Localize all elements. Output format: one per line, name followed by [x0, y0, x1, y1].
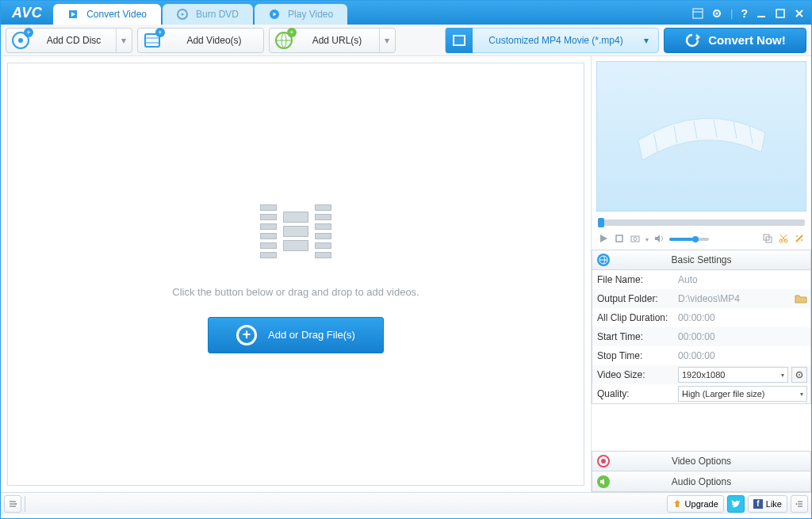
- svg-point-42: [799, 374, 800, 376]
- preview-panel: [596, 61, 806, 212]
- svg-point-29: [634, 237, 637, 240]
- toolbar: + Add CD Disc ▾ + Add Video(s) + Add URL…: [1, 25, 811, 56]
- start-time-value[interactable]: 00:00:00: [678, 331, 810, 342]
- setting-video-size: Video Size: 1920x1080 ▾: [592, 365, 810, 384]
- right-pane: ▾ Basic Settings File Name: Auto Output …: [591, 56, 811, 492]
- svg-rect-18: [454, 36, 464, 44]
- video-options-header[interactable]: Video Options: [592, 451, 811, 471]
- chevron-down-icon: ▾: [800, 391, 803, 398]
- video-size-settings-button[interactable]: [791, 367, 807, 383]
- svg-rect-20: [464, 35, 465, 46]
- play-icon: [269, 9, 280, 20]
- facebook-like-button[interactable]: f Like: [748, 495, 787, 513]
- separator: [25, 496, 25, 512]
- menu-icon[interactable]: [692, 8, 703, 19]
- chevron-down-icon: ▾: [116, 29, 127, 52]
- window-controls: | ?: [686, 7, 811, 25]
- status-bar: Upgrade f Like: [1, 492, 811, 514]
- drop-area[interactable]: Click the button below or drag and drop …: [7, 63, 584, 486]
- gear-icon[interactable]: [711, 8, 722, 19]
- setting-file-name: File Name: Auto: [592, 270, 810, 289]
- setting-all-clip-duration: All Clip Duration: 00:00:00: [592, 308, 810, 327]
- section-label: Video Options: [672, 456, 731, 467]
- separator: |: [730, 8, 733, 19]
- facebook-icon: f: [753, 499, 763, 509]
- close-icon[interactable]: [794, 8, 805, 19]
- record-icon: [597, 455, 610, 467]
- minimize-icon[interactable]: [756, 8, 767, 19]
- titlebar: AVC Convert Video Burn DVD Play Video | …: [1, 1, 811, 25]
- setting-start-time: Start Time: 00:00:00: [592, 327, 810, 346]
- film-strip-icon: [446, 28, 473, 53]
- svg-point-43: [601, 459, 606, 464]
- setting-quality: Quality: High (Larger file size) ▾: [592, 384, 810, 403]
- globe-icon: +: [273, 29, 295, 52]
- film-icon: +: [141, 29, 163, 52]
- file-list-pane: Click the button below or drag and drop …: [1, 56, 591, 492]
- twitter-icon: [730, 498, 741, 509]
- drop-hint: Click the button below or drag and drop …: [172, 286, 419, 298]
- format-label: Customized MP4 Movie (*.mp4): [473, 35, 639, 46]
- svg-rect-3: [693, 9, 703, 18]
- convert-icon: [67, 9, 79, 20]
- snapshot-icon[interactable]: [630, 233, 641, 246]
- stop-time-value[interactable]: 00:00:00: [678, 350, 810, 361]
- upgrade-button[interactable]: Upgrade: [667, 495, 724, 513]
- play-icon[interactable]: [598, 233, 609, 246]
- stop-icon[interactable]: [614, 233, 625, 246]
- volume-icon[interactable]: [653, 233, 665, 246]
- tab-burn-dvd[interactable]: Burn DVD: [163, 4, 253, 25]
- svg-line-35: [780, 235, 786, 241]
- chevron-down-icon: ▾: [379, 29, 390, 52]
- list-collapse-button[interactable]: [4, 495, 21, 513]
- effects-icon[interactable]: [794, 233, 805, 246]
- panel-expand-button[interactable]: [791, 495, 808, 513]
- setting-output-folder: Output Folder: D:\videos\MP4: [592, 289, 810, 308]
- tab-label: Play Video: [288, 9, 333, 20]
- folder-icon[interactable]: [795, 294, 807, 303]
- svg-point-12: [18, 38, 23, 43]
- video-size-select[interactable]: 1920x1080 ▾: [678, 367, 788, 383]
- copy-icon[interactable]: [762, 233, 773, 246]
- maximize-icon[interactable]: [775, 8, 786, 19]
- chevron-down-icon: ▾: [781, 372, 784, 379]
- svg-line-34: [781, 235, 787, 241]
- up-arrow-icon: [672, 499, 682, 509]
- globe-icon: [597, 254, 610, 266]
- svg-rect-27: [616, 235, 622, 242]
- convert-now-button[interactable]: Convert Now!: [664, 28, 806, 53]
- tab-label: Burn DVD: [196, 9, 239, 20]
- add-videos-button[interactable]: + Add Video(s): [137, 28, 264, 53]
- disc-icon: +: [10, 29, 32, 52]
- media-controls: ▾: [592, 229, 811, 250]
- cut-icon[interactable]: [778, 233, 789, 246]
- basic-settings-header[interactable]: Basic Settings: [592, 250, 811, 270]
- button-label: Add CD Disc: [38, 35, 109, 46]
- help-icon[interactable]: ?: [741, 7, 748, 20]
- gear-icon: [795, 370, 804, 380]
- quality-select[interactable]: High (Larger file size) ▾: [678, 386, 807, 402]
- button-label: Add Video(s): [170, 35, 259, 46]
- filmstrip-placeholder-icon: [260, 196, 331, 267]
- twitter-button[interactable]: [727, 495, 745, 513]
- svg-point-37: [796, 235, 798, 237]
- tab-convert-video[interactable]: Convert Video: [53, 4, 161, 25]
- add-urls-button[interactable]: + Add URL(s) ▾: [269, 28, 396, 53]
- add-files-button[interactable]: + Add or Drag File(s): [208, 317, 384, 353]
- plus-circle-icon: +: [236, 325, 257, 345]
- setting-stop-time: Stop Time: 00:00:00: [592, 346, 810, 365]
- section-label: Basic Settings: [671, 254, 731, 265]
- button-label: Convert Now!: [708, 33, 786, 47]
- tab-play-video[interactable]: Play Video: [255, 4, 347, 25]
- chevron-down-icon[interactable]: ▾: [645, 236, 649, 243]
- seek-slider[interactable]: [598, 219, 805, 226]
- output-format-dropdown[interactable]: Customized MP4 Movie (*.mp4) ▾: [445, 28, 659, 53]
- add-cd-disc-button[interactable]: + Add CD Disc ▾: [6, 28, 132, 53]
- audio-options-header[interactable]: Audio Options: [592, 471, 811, 492]
- output-folder-value[interactable]: D:\videos\MP4: [678, 293, 791, 304]
- file-name-value[interactable]: Auto: [678, 274, 810, 285]
- all-clip-value: 00:00:00: [678, 312, 810, 323]
- volume-slider[interactable]: [669, 238, 709, 241]
- button-label: Add or Drag File(s): [268, 329, 355, 341]
- speaker-icon: [597, 475, 610, 488]
